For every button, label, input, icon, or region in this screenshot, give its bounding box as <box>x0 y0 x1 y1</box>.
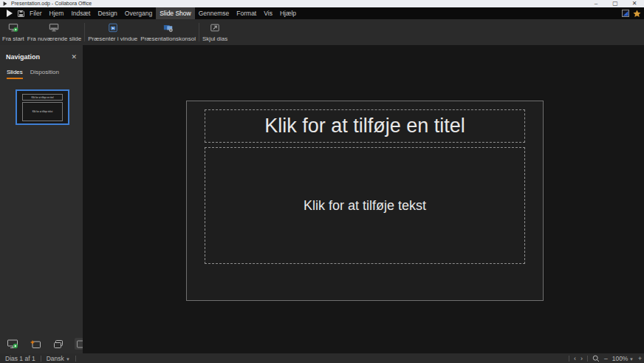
zoom-icon[interactable] <box>592 355 600 362</box>
zoom-level[interactable]: 100% ▼ <box>612 355 634 362</box>
statusbar: Dias 1 af 1 Dansk ▼ ‹ › – 100% ▼ + <box>0 353 644 363</box>
present-in-window-label: Præsentér i vindue <box>88 35 137 42</box>
menu-hjem[interactable]: Hjem <box>46 7 68 19</box>
hide-slide-icon <box>210 22 220 33</box>
previous-slide-button[interactable]: ‹ <box>574 355 576 362</box>
titlebar: Presentation.odp - Collabora Office – ▢ … <box>0 0 644 7</box>
slide-editing-area[interactable]: Klik for at tilføje en titel Klik for at… <box>186 101 544 301</box>
statusbar-separator <box>569 356 569 362</box>
toolbar-separator <box>199 23 199 41</box>
menu-vis[interactable]: Vis <box>260 7 276 19</box>
tab-disposition[interactable]: Disposition <box>30 69 59 79</box>
menu-gennemse[interactable]: Gennemse <box>195 7 233 19</box>
menu-hjaelp[interactable]: Hjælp <box>276 7 300 19</box>
app-icon <box>3 1 7 6</box>
navigation-panel: Navigation ✕ Slides Disposition Klik for… <box>0 45 83 353</box>
slide-count: Dias 1 af 1 <box>5 355 35 362</box>
next-slide-button[interactable]: › <box>580 355 583 362</box>
impress-logo-icon <box>5 9 14 18</box>
from-current-slide-button[interactable]: Fra nuværende slide <box>26 19 83 45</box>
zoom-in-button[interactable]: + <box>638 355 642 362</box>
from-current-slide-label: Fra nuværende slide <box>27 35 81 42</box>
presentation-from-start-icon <box>8 22 18 33</box>
toolbar-separator <box>84 23 85 41</box>
start-presentation-button[interactable] <box>6 338 19 350</box>
panel-title: Navigation <box>6 53 40 61</box>
thumbnail-body-placeholder: Klik for at tilføje tekst <box>22 102 63 121</box>
menu-filer[interactable]: Filer <box>26 7 46 19</box>
menu-format[interactable]: Format <box>233 7 260 19</box>
tab-slides[interactable]: Slides <box>7 69 23 79</box>
statusbar-separator <box>41 356 41 362</box>
statusbar-separator <box>587 356 588 362</box>
title-placeholder[interactable]: Klik for at tilføje en titel <box>205 109 525 143</box>
panel-close-icon[interactable]: ✕ <box>71 54 77 61</box>
save-icon[interactable] <box>17 10 25 18</box>
from-start-button[interactable]: Fra start <box>1 19 26 45</box>
star-icon[interactable] <box>633 10 641 18</box>
language-selector[interactable]: Dansk ▼ <box>47 355 70 362</box>
slide-canvas: Klik for at tilføje en titel Klik for at… <box>83 45 644 353</box>
zoom-out-button[interactable]: – <box>604 355 608 362</box>
menu-slide-show[interactable]: Slide Show <box>156 7 195 19</box>
maximize-button[interactable]: ▢ <box>606 0 625 7</box>
presenter-console-icon <box>163 22 174 33</box>
from-start-label: Fra start <box>2 35 24 42</box>
hide-slide-label: Skjul dias <box>202 35 227 42</box>
presenter-console-label: Præsentationskonsol <box>140 35 196 42</box>
present-in-window-button[interactable]: Præsentér i vindue <box>86 19 139 45</box>
toolbar: Fra start Fra nuværende slide Præsentér … <box>0 19 644 45</box>
presenter-console-button[interactable]: Præsentationskonsol <box>139 19 197 45</box>
window-title: Presentation.odp - Collabora Office <box>11 0 92 7</box>
present-in-window-icon <box>108 22 118 33</box>
presentation-from-current-icon <box>49 22 59 33</box>
menu-overgang[interactable]: Overgang <box>121 7 156 19</box>
new-slide-button[interactable] <box>29 338 42 350</box>
statusbar-separator <box>75 356 76 362</box>
body-placeholder[interactable]: Klik for at tilføje tekst <box>205 147 525 264</box>
menubar: Filer Hjem Indsæt Design Overgang Slide … <box>0 7 644 19</box>
menu-design[interactable]: Design <box>94 7 120 19</box>
close-button[interactable]: ✕ <box>625 0 644 7</box>
thumbnail-title-placeholder: Klik for at tilføje en titel <box>22 94 63 101</box>
screen-mode-icon[interactable] <box>622 10 629 17</box>
slide-thumbnail[interactable]: Klik for at tilføje en titel Klik for at… <box>16 89 69 125</box>
menu-indsaet[interactable]: Indsæt <box>67 7 94 19</box>
duplicate-slide-button[interactable] <box>52 338 65 350</box>
hide-slide-button[interactable]: Skjul dias <box>201 19 229 45</box>
minimize-button[interactable]: – <box>586 0 606 7</box>
